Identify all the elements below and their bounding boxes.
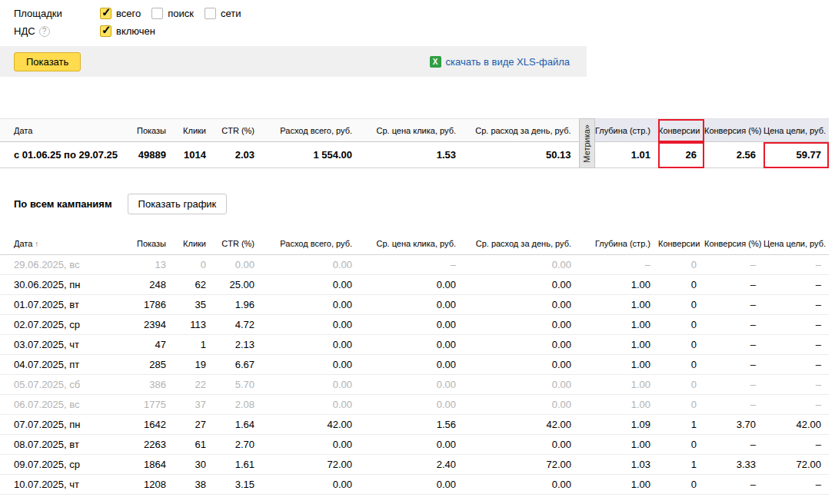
- daily-table-cell: 22: [174, 374, 214, 394]
- daily-table-cell: 2.08: [214, 394, 262, 414]
- daily-table-cell: 248: [123, 274, 174, 294]
- summary-cell-ctr: 2.03: [214, 142, 262, 168]
- daily-table-cell: –: [704, 394, 763, 414]
- daily-table-cell: 0.00: [464, 254, 579, 274]
- daily-table-cell: 0.00: [464, 474, 579, 494]
- daily-table-row: 05.07.2025, сб386225.700.000.000.001.000…: [0, 374, 829, 394]
- checkbox-label: поиск: [168, 8, 194, 19]
- daily-table-cell: 4.72: [214, 314, 262, 334]
- daily-table-cell: –: [360, 254, 464, 274]
- daily-table-cell: 6.67: [214, 354, 262, 374]
- help-icon[interactable]: ?: [39, 26, 50, 37]
- daily-table-cell: 07.07.2025, пн: [0, 414, 123, 434]
- daily-table-cell: 2263: [123, 434, 174, 454]
- daily-table-cell: 35: [174, 294, 214, 314]
- daily-table-cell: 1.03: [579, 454, 658, 474]
- daily-table-cell: 1.00: [579, 474, 658, 494]
- daily-column-header[interactable]: Клики: [174, 233, 214, 254]
- daily-table-cell: –: [704, 374, 763, 394]
- daily-table-cell: 0.00: [360, 394, 464, 414]
- daily-column-header[interactable]: Глубина (стр.): [579, 233, 658, 254]
- daily-table-cell: 47: [123, 334, 174, 354]
- daily-table-cell: –: [704, 474, 763, 494]
- daily-table-cell: 38: [174, 474, 214, 494]
- summary-cell-conversion-rate: 2.56: [704, 142, 763, 168]
- daily-column-header[interactable]: Показы: [123, 233, 174, 254]
- checkbox-vat-included[interactable]: включен: [100, 25, 155, 37]
- daily-table-cell: 0: [658, 254, 704, 274]
- daily-table-row: 04.07.2025, пт285196.670.000.000.001.000…: [0, 354, 829, 374]
- daily-table-cell: 1: [658, 454, 704, 474]
- summary-cell-conversions: 26: [658, 142, 704, 168]
- show-button[interactable]: Показать: [14, 52, 81, 71]
- checkbox-search[interactable]: поиск: [151, 8, 194, 19]
- daily-table-cell: 0.00: [214, 254, 262, 274]
- daily-table-cell: 1.00: [579, 294, 658, 314]
- daily-table-cell: 0.00: [464, 374, 579, 394]
- daily-table-cell: 05.07.2025, сб: [0, 374, 123, 394]
- daily-table-cell: 2.13: [214, 334, 262, 354]
- daily-table-cell: 386: [123, 374, 174, 394]
- daily-table-row: 29.06.2025, вс1300.000.00–0.00–0––: [0, 254, 829, 274]
- checkbox-icon: [100, 8, 111, 19]
- daily-table-cell: –: [763, 394, 829, 414]
- daily-table-cell: 1: [658, 414, 704, 434]
- column-header-depth: Глубина (стр.): [594, 119, 658, 142]
- daily-table-cell: 1.56: [360, 414, 464, 434]
- platforms-label: Площадки: [14, 8, 100, 19]
- daily-table-row: 03.07.2025, чт4712.130.000.000.001.000––: [0, 334, 829, 354]
- daily-table-cell: 2.70: [214, 434, 262, 454]
- daily-table-cell: 0.00: [464, 434, 579, 454]
- daily-table-row: 02.07.2025, ср23941134.720.000.000.001.0…: [0, 314, 829, 334]
- vat-filter-row: НДС ? включен: [14, 22, 835, 40]
- daily-table-cell: 1864: [123, 454, 174, 474]
- daily-column-header[interactable]: Дата↑: [0, 233, 123, 254]
- daily-column-header[interactable]: Конверсия (%): [704, 233, 763, 254]
- campaigns-section: По всем кампаниям Показать график: [0, 193, 835, 214]
- daily-table-cell: 1.61: [214, 454, 262, 474]
- column-header-label: Ср. расход за день, руб.: [476, 239, 571, 248]
- checkbox-total[interactable]: всего: [100, 8, 141, 19]
- daily-table-cell: 37: [174, 394, 214, 414]
- daily-table-cell: 0.00: [360, 334, 464, 354]
- daily-table-cell: 0.00: [360, 274, 464, 294]
- daily-column-header[interactable]: CTR (%): [214, 233, 262, 254]
- daily-table-cell: 0.00: [360, 374, 464, 394]
- daily-table-cell: 1.00: [579, 434, 658, 454]
- daily-table-cell: 0: [174, 254, 214, 274]
- checkbox-label: всего: [116, 8, 141, 19]
- daily-table-cell: 2394: [123, 314, 174, 334]
- toolbar: Показать X скачать в виде XLS-файла: [0, 46, 587, 77]
- daily-table-cell: 0: [658, 334, 704, 354]
- daily-table-cell: 1642: [123, 414, 174, 434]
- download-xls-link[interactable]: X скачать в виде XLS-файла: [430, 56, 571, 68]
- daily-table-cell: –: [704, 434, 763, 454]
- daily-table-cell: –: [704, 314, 763, 334]
- daily-column-header[interactable]: Ср. расход за день, руб.: [464, 233, 579, 254]
- daily-table-cell: 1786: [123, 294, 174, 314]
- daily-column-header[interactable]: Конверсии: [658, 233, 704, 254]
- campaigns-title: По всем кампаниям: [14, 198, 112, 210]
- daily-table-cell: 1208: [123, 474, 174, 494]
- checkbox-networks[interactable]: сети: [205, 8, 241, 19]
- column-header-clicks: Клики: [174, 119, 214, 142]
- vat-label-text: НДС: [14, 25, 35, 37]
- daily-table-cell: 42.00: [464, 414, 579, 434]
- filters-panel: Площадки всего поиск сети НДС ? включен: [0, 0, 835, 40]
- summary-cell-depth: 1.01: [594, 142, 658, 168]
- daily-table-cell: 03.07.2025, чт: [0, 334, 123, 354]
- daily-table-cell: –: [763, 354, 829, 374]
- show-chart-button[interactable]: Показать график: [128, 194, 228, 214]
- column-header-label: CTR (%): [221, 239, 254, 248]
- column-header-shows: Показы: [123, 119, 174, 142]
- column-header-conversion-rate: Конверсия (%): [704, 119, 763, 142]
- daily-table-cell: 61: [174, 434, 214, 454]
- daily-table-cell: –: [704, 294, 763, 314]
- daily-column-header[interactable]: Ср. цена клика, руб.: [360, 233, 464, 254]
- daily-table-cell: 0.00: [360, 474, 464, 494]
- column-header-total-spend: Расход всего, руб.: [262, 119, 360, 142]
- daily-column-header[interactable]: Расход всего, руб.: [262, 233, 360, 254]
- daily-table-cell: –: [763, 314, 829, 334]
- daily-column-header[interactable]: Цена цели, руб.: [763, 233, 829, 254]
- metrika-tab[interactable]: Метрика»: [579, 119, 594, 168]
